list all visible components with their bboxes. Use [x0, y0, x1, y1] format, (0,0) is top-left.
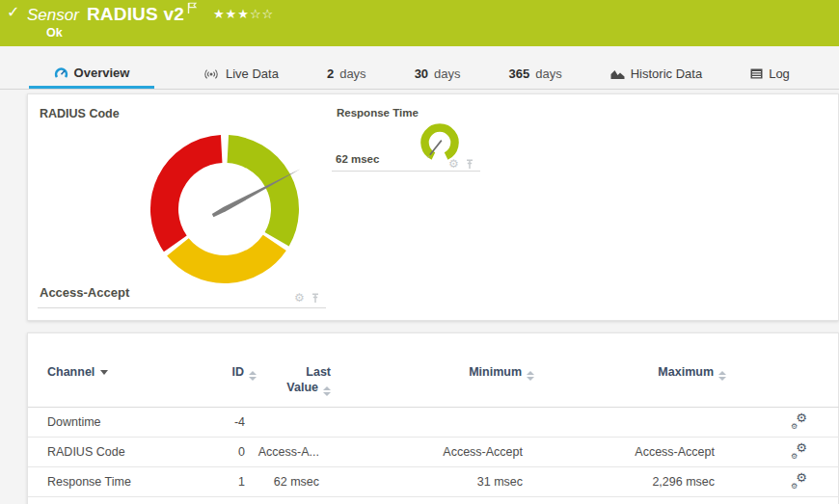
- tab-log[interactable]: Log: [750, 59, 790, 89]
- tab-bar: Overview Live Data 2 days 30 days 365 da…: [0, 59, 839, 90]
- channel-name: Response Time: [28, 475, 221, 489]
- prtg-sensor-page: ✓ Sensor RADIUS v2 ★★★☆☆ Ok Overview: [0, 0, 839, 504]
- radius-code-gauge: [143, 127, 307, 291]
- column-header-maximum[interactable]: Maximum: [534, 365, 726, 381]
- gauge-radius-code-title: RADIUS Code: [40, 107, 120, 120]
- log-list-icon: [750, 68, 763, 79]
- flag-icon[interactable]: [187, 1, 198, 18]
- channels-panel: Channel ID Last Value Minimum Maximum: [27, 332, 839, 504]
- gauge-response-time-value: 62 msec: [336, 153, 379, 165]
- column-header-channel[interactable]: Channel: [28, 365, 221, 379]
- channel-name: Downtime: [28, 415, 221, 429]
- gauges-panel: RADIUS Code Access-Accept ⚙ Response Tim…: [27, 93, 839, 321]
- tab-historic-data[interactable]: Historic Data: [610, 59, 702, 89]
- channel-last-value: Access-A...: [257, 445, 331, 459]
- sort-icon: [527, 371, 534, 381]
- channel-settings-icon[interactable]: ⚙⚙: [792, 443, 807, 459]
- channel-id: -4: [221, 415, 257, 429]
- table-row-response-time: Response Time 1 62 msec 31 msec 2,296 ms…: [28, 467, 839, 497]
- table-row-radius-code: RADIUS Code 0 Access-A... Access-Accept …: [28, 438, 839, 467]
- channel-name: RADIUS Code: [28, 445, 221, 459]
- column-header-last-value[interactable]: Last Value: [257, 365, 331, 396]
- channel-table: Channel ID Last Value Minimum Maximum: [28, 333, 839, 497]
- gauge-response-time-title: Response Time: [337, 107, 419, 119]
- gauge-settings-gear-icon[interactable]: ⚙: [448, 157, 459, 171]
- ok-check-icon: ✓: [7, 3, 19, 21]
- channel-id: 0: [221, 445, 257, 459]
- gauge-divider: [332, 171, 480, 172]
- gauge-divider: [38, 307, 326, 308]
- tab-overview[interactable]: Overview: [29, 59, 154, 89]
- gauge-pin-icon[interactable]: [465, 159, 474, 170]
- column-header-id[interactable]: ID: [221, 365, 257, 381]
- channel-minimum: Access-Accept: [331, 445, 534, 459]
- channel-maximum: 2,296 msec: [534, 475, 726, 489]
- gauge-radius-code-value: Access-Accept: [40, 285, 129, 300]
- gauge-pin-icon[interactable]: [311, 293, 320, 304]
- gauge-icon: [54, 66, 68, 79]
- gauge-settings-gear-icon[interactable]: ⚙: [294, 291, 305, 305]
- sensor-type-label: Sensor: [27, 6, 79, 25]
- channel-maximum: Access-Accept: [534, 445, 726, 459]
- channel-last-value: 62 msec: [257, 475, 331, 489]
- area-chart-icon: [610, 68, 625, 80]
- broadcast-icon: [203, 68, 220, 80]
- tab-live-data[interactable]: Live Data: [203, 59, 279, 89]
- sorted-caret-icon: [100, 370, 108, 375]
- channel-settings-icon[interactable]: ⚙⚙: [792, 413, 807, 429]
- sort-icon: [323, 386, 331, 396]
- column-header-minimum[interactable]: Minimum: [331, 365, 534, 381]
- table-row-downtime: Downtime -4 ⚙⚙: [28, 408, 839, 438]
- sensor-status: Ok: [46, 26, 63, 40]
- tab-2-days[interactable]: 2 days: [327, 59, 366, 89]
- sensor-header: ✓ Sensor RADIUS v2 ★★★☆☆ Ok: [0, 0, 839, 46]
- sensor-title: RADIUS v2: [87, 4, 184, 25]
- tab-365-days[interactable]: 365 days: [509, 59, 562, 89]
- tab-30-days[interactable]: 30 days: [415, 59, 461, 89]
- channel-id: 1: [221, 475, 257, 489]
- gauge-needle: [430, 141, 442, 155]
- priority-stars[interactable]: ★★★☆☆: [213, 7, 274, 21]
- channel-minimum: 31 msec: [331, 475, 534, 489]
- table-header-row: Channel ID Last Value Minimum Maximum: [28, 365, 839, 408]
- sort-icon: [718, 371, 726, 381]
- channel-settings-icon[interactable]: ⚙⚙: [792, 473, 807, 489]
- sort-icon: [249, 371, 257, 381]
